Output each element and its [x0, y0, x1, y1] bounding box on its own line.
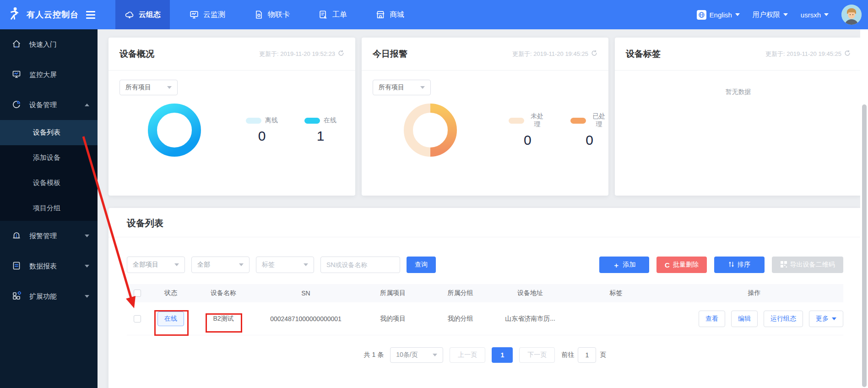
row-checkbox[interactable] [134, 315, 141, 322]
hamburger-menu-icon[interactable] [86, 11, 95, 19]
language-switcher[interactable]: English [697, 10, 740, 20]
tab-cloud-monitor[interactable]: 云监测 [180, 0, 234, 29]
legend-offline: 离线 0 [246, 116, 278, 144]
select-placeholder: 标签 [262, 261, 275, 269]
prev-page-button[interactable]: 上一页 [450, 347, 485, 363]
page-size-select[interactable]: 10条/页 [390, 347, 443, 363]
scrollbar-thumb[interactable] [862, 104, 867, 387]
select-value: 所有项目 [125, 83, 151, 92]
chevron-down-icon [174, 263, 179, 266]
sidebar-item-device-list[interactable]: 设备列表 [0, 120, 98, 145]
legend-swatch [570, 118, 586, 124]
sidebar-item-label: 数据报表 [29, 262, 57, 271]
updated-timestamp: 更新于: 2019-11-20 19:52:23 [259, 50, 335, 58]
device-name: B2测试 [194, 315, 253, 323]
sidebar-item-alarm-management[interactable]: 报警管理 [0, 221, 98, 251]
updated-timestamp: 更新于: 2019-11-20 19:45:25 [765, 50, 841, 58]
status-badge[interactable]: 在线 [157, 311, 184, 326]
more-button[interactable]: 更多 [809, 311, 843, 327]
refresh-icon[interactable] [591, 50, 597, 58]
refresh-c-icon: C [665, 262, 670, 268]
sidebar-item-monitor-screen[interactable]: 监控大屏 [0, 60, 98, 90]
legend-swatch [304, 118, 320, 124]
col-tag: 标签 [567, 289, 665, 297]
legend-value: 0 [570, 132, 608, 148]
tab-mall[interactable]: 商城 [366, 0, 413, 29]
refresh-icon[interactable] [844, 50, 851, 58]
sidebar-item-device-management[interactable]: 设备管理 [0, 90, 98, 120]
view-button[interactable]: 查看 [699, 311, 725, 327]
user-menu[interactable]: usrsxh [801, 11, 829, 19]
cloud-icon [125, 10, 135, 20]
plus-icon: ＋ [613, 262, 620, 268]
col-name: 设备名称 [194, 289, 253, 297]
edit-button[interactable]: 编辑 [731, 311, 758, 327]
tag-select[interactable]: 标签 [256, 257, 314, 273]
tab-work-order[interactable]: 工单 [309, 0, 356, 29]
today-alarms-card: 今日报警 更新于: 2019-11-20 19:45:25 所有项目 [362, 38, 608, 196]
tab-label: 工单 [332, 10, 347, 20]
goto-label: 前往 [561, 351, 574, 359]
sidebar-item-data-report[interactable]: 数据报表 [0, 251, 98, 281]
updated-timestamp: 更新于: 2019-11-20 19:45:25 [512, 50, 588, 58]
refresh-icon[interactable] [338, 50, 344, 58]
tab-iot-card[interactable]: 物联卡 [244, 0, 299, 29]
alarms-donut-chart [403, 103, 457, 158]
total-count: 共 1 条 [364, 351, 384, 359]
tab-cloud-scada[interactable]: 云组态 [115, 0, 170, 29]
scrollbar-track[interactable] [860, 29, 868, 388]
select-all-checkbox[interactable] [134, 290, 141, 297]
current-page-button[interactable]: 1 [492, 347, 513, 363]
search-input[interactable] [320, 257, 400, 273]
project-select[interactable]: 全部项目 [127, 257, 185, 273]
home-icon [12, 39, 21, 50]
sort-button[interactable]: 排序 [714, 257, 765, 273]
run-scada-button[interactable]: 运行组态 [764, 311, 803, 327]
main-content: 设备概况 更新于: 2019-11-20 19:52:23 所有项目 [98, 29, 868, 388]
chevron-down-icon [304, 263, 308, 266]
sidebar-item-label: 设备列表 [33, 128, 60, 137]
project-filter-select[interactable]: 所有项目 [119, 80, 178, 95]
batch-delete-button[interactable]: C 批量删除 [656, 257, 707, 273]
device-sn: 00024871000000000001 [253, 315, 358, 322]
col-address: 设备地址 [494, 289, 567, 297]
add-device-button[interactable]: ＋ 添加 [599, 257, 649, 273]
goto-page-input[interactable] [578, 347, 596, 363]
big-screen-icon [12, 70, 21, 80]
device-group: 我的分组 [427, 315, 494, 323]
sidebar-item-quick-start[interactable]: 快速入门 [0, 29, 98, 60]
sidebar-item-add-device[interactable]: 添加设备 [0, 145, 98, 170]
sidebar-item-label: 快速入门 [29, 40, 57, 49]
pie-chart-icon [12, 100, 21, 110]
avatar[interactable] [841, 5, 862, 25]
username-label: usrsxh [801, 11, 821, 19]
table-header: 状态 设备名称 SN 所属项目 所属分组 设备地址 标签 操作 [127, 284, 843, 302]
legend-label: 未处理 [528, 112, 547, 129]
project-filter-select[interactable]: 所有项目 [373, 80, 431, 95]
report-icon [12, 261, 21, 272]
sidebar-item-project-group[interactable]: 项目分组 [0, 196, 98, 221]
search-button[interactable]: 查询 [407, 257, 436, 273]
qr-code-icon [781, 261, 787, 269]
monitor-chart-icon [189, 10, 199, 20]
chevron-up-icon [85, 104, 89, 106]
legend-unhandled: 未处理 0 [509, 112, 547, 148]
sidebar-item-extensions[interactable]: 扩展功能 [0, 281, 98, 311]
top-navbar: 有人云控制台 云组态 [0, 0, 868, 29]
device-overview-card: 设备概况 更新于: 2019-11-20 19:52:23 所有项目 [108, 38, 355, 196]
sidebar-item-label: 添加设备 [33, 153, 60, 162]
sidebar-item-device-template[interactable]: 设备模板 [0, 170, 98, 196]
sim-card-icon [254, 10, 264, 20]
next-page-button[interactable]: 下一页 [519, 347, 555, 363]
chevron-down-icon [433, 354, 437, 356]
language-label: English [710, 11, 732, 19]
brand[interactable]: 有人云控制台 [0, 6, 98, 23]
col-project: 所属项目 [358, 289, 427, 297]
status-select[interactable]: 全部 [191, 257, 250, 273]
permissions-menu[interactable]: 用户权限 [753, 11, 788, 19]
export-qr-button[interactable]: 导出设备二维码 [772, 257, 843, 273]
chevron-down-icon [824, 13, 829, 16]
device-list-panel: 设备列表 全部项目 全部 标签 [108, 208, 862, 388]
select-value: 全部项目 [133, 261, 158, 269]
pagination: 共 1 条 10条/页 上一页 1 下一页 前往 页 [108, 347, 862, 363]
